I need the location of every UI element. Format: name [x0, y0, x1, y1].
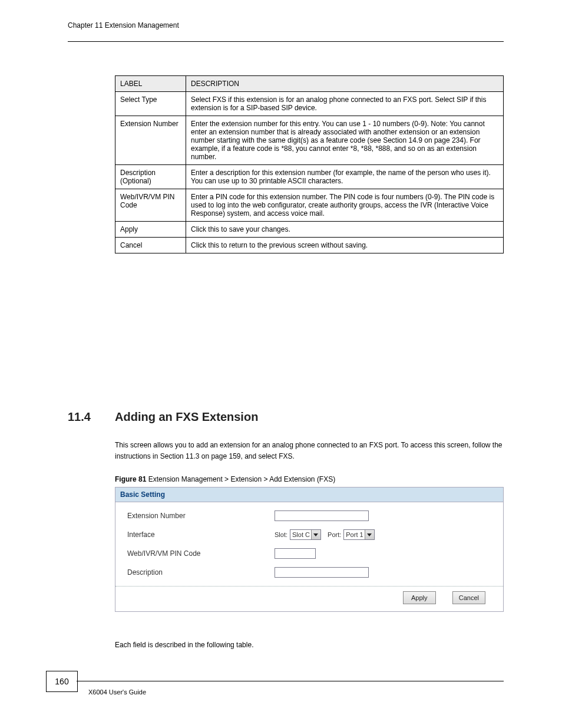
figure-caption: Figure 81 Extension Management > Extensi…: [115, 475, 335, 483]
svg-marker-0: [313, 533, 318, 536]
chapter-text: Chapter 11 Extension Management: [68, 21, 179, 29]
svg-marker-1: [367, 533, 372, 536]
row-extension-number: Extension Number: [127, 510, 491, 521]
description-input[interactable]: [275, 567, 369, 578]
pin-code-label: Web/IVR/VM PIN Code: [127, 549, 275, 558]
figure-text: Extension Management > Extension > Add E…: [146, 475, 335, 483]
table-cell-desc: Enter the extension number for this entr…: [186, 116, 504, 165]
cancel-button[interactable]: Cancel: [452, 591, 485, 604]
chevron-down-icon: [365, 530, 374, 539]
table-row: Description (Optional) Enter a descripti…: [115, 165, 504, 189]
fields-table: LABEL DESCRIPTION Select Type Select FXS…: [115, 75, 504, 253]
fields-table-head-desc: DESCRIPTION: [186, 76, 504, 92]
table-cell-desc: Select FXS if this extension is for an a…: [186, 92, 504, 116]
table-cell-label: Select Type: [115, 92, 186, 116]
extension-number-input[interactable]: [275, 510, 369, 521]
row-interface: Interface Slot: Slot C Port: Port 1: [127, 529, 491, 540]
description-label: Description: [127, 568, 275, 577]
panel-buttons: Apply Cancel: [115, 586, 503, 611]
apply-button[interactable]: Apply: [403, 591, 436, 604]
port-select-value: Port 1: [346, 531, 364, 538]
table-cell-desc: Enter a description for this extension n…: [186, 165, 504, 189]
header-rule: [68, 41, 504, 42]
section-number: 11.4: [68, 410, 91, 424]
page-number-value: 160: [55, 677, 68, 686]
row-description: Description: [127, 567, 491, 578]
row-pin-code: Web/IVR/VM PIN Code: [127, 548, 491, 559]
section-intro: This screen allows you to add an extensi…: [115, 440, 504, 462]
table-cell-label: Extension Number: [115, 116, 186, 165]
table-cell-label: Description (Optional): [115, 165, 186, 189]
panel-title: Basic Setting: [115, 487, 503, 502]
table-cell-label: Apply: [115, 222, 186, 238]
slot-select-value: Slot C: [292, 531, 311, 538]
page-number: 160: [46, 671, 78, 692]
table-cell-desc: Click this to return to the previous scr…: [186, 238, 504, 253]
interface-label: Interface: [127, 531, 275, 539]
table-row: Extension Number Enter the extension num…: [115, 116, 504, 165]
table-cell-label: Cancel: [115, 238, 186, 253]
table-cell-label: Web/IVR/VM PIN Code: [115, 189, 186, 222]
slot-select[interactable]: Slot C: [290, 529, 321, 540]
page: Chapter 11 Extension Management LABEL DE…: [0, 0, 562, 728]
slot-prefix: Slot:: [275, 531, 287, 538]
table-row: Web/IVR/VM PIN Code Enter a PIN code for…: [115, 189, 504, 222]
table-row: Apply Click this to save your changes.: [115, 222, 504, 238]
chapter-heading: Chapter 11 Extension Management: [68, 21, 179, 29]
extension-number-label: Extension Number: [127, 512, 275, 520]
fields-table-head-label: LABEL: [115, 76, 186, 92]
pin-code-input[interactable]: [275, 548, 316, 559]
figure-label: Figure 81: [115, 475, 146, 483]
under-figure-text: Each field is described in the following…: [115, 640, 504, 651]
footer-rule: [77, 681, 504, 681]
table-cell-desc: Enter a PIN code for this extension numb…: [186, 189, 504, 222]
basic-setting-panel: Basic Setting Extension Number Interface…: [115, 487, 504, 612]
port-prefix: Port:: [328, 531, 341, 538]
port-select[interactable]: Port 1: [343, 529, 374, 540]
table-cell-desc: Click this to save your changes.: [186, 222, 504, 238]
section-title: Adding an FXS Extension: [115, 410, 258, 424]
panel-body: Extension Number Interface Slot: Slot C: [115, 502, 503, 611]
footer-text: X6004 User's Guide: [88, 689, 146, 696]
table-row: Cancel Click this to return to the previ…: [115, 238, 504, 253]
chevron-down-icon: [311, 530, 320, 539]
table-row: Select Type Select FXS if this extension…: [115, 92, 504, 116]
